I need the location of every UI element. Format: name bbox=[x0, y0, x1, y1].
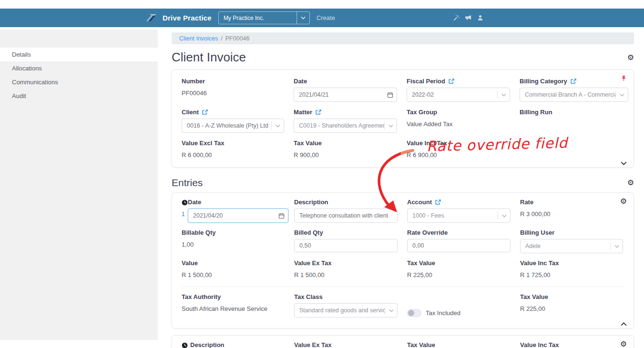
expand-card-chevron-down-icon[interactable] bbox=[621, 161, 627, 165]
field-value: R 900,00 bbox=[294, 151, 397, 159]
field-label: Tax Group bbox=[407, 109, 510, 116]
app-screen: Drive Practice My Practice Inc. Create bbox=[0, 0, 644, 348]
field-billing-user: Billing User Adele bbox=[520, 229, 623, 253]
main-content: Client Invoices / PF00046 Client Invoice… bbox=[158, 30, 644, 348]
field-entry-tax-value: Tax Value R 225,00 bbox=[407, 259, 511, 278]
select-value: Commercial Branch A - Commercial ... bbox=[520, 91, 615, 98]
field-date: Date bbox=[294, 78, 397, 102]
practice-select[interactable]: My Practice Inc. bbox=[218, 11, 310, 24]
sidebar-item-audit[interactable]: Audit bbox=[0, 89, 158, 103]
rate-override-input[interactable] bbox=[407, 239, 511, 252]
field-value: R 6 000,00 bbox=[182, 151, 284, 159]
sidebar-item-allocations[interactable]: Allocations bbox=[0, 61, 158, 75]
rate-override-input-field[interactable] bbox=[408, 239, 510, 252]
field-label: Value Ex Tax bbox=[294, 259, 398, 267]
chevron-down-icon bbox=[297, 16, 309, 20]
sidebar-item-communications[interactable]: Communications bbox=[0, 75, 158, 89]
collapse-card-chevron-up-icon[interactable] bbox=[621, 322, 627, 326]
sidebar-item-label: Communications bbox=[12, 79, 58, 86]
external-link-icon[interactable] bbox=[202, 109, 208, 115]
toggle-knob bbox=[408, 310, 414, 316]
field-label: Tax Value bbox=[407, 341, 511, 348]
field-label: Billing User bbox=[520, 229, 623, 236]
entries-title: Entries bbox=[172, 177, 203, 189]
field-label: Value Inc Tax bbox=[520, 259, 623, 267]
field-value: 1,00 bbox=[182, 241, 285, 248]
field-entry2-value-ex-tax: Value Ex Tax R 4 500,00 bbox=[294, 341, 398, 348]
invoice-date-input-field[interactable] bbox=[294, 88, 383, 101]
entry-date-cell: 1 Date bbox=[182, 199, 285, 223]
select-value: Adele bbox=[521, 243, 610, 249]
select-value: 1000 - Fees bbox=[408, 212, 498, 219]
field-entry2-description: Description bbox=[190, 341, 285, 348]
sidebar-item-details[interactable]: Details bbox=[0, 48, 158, 61]
billed-qty-input-field[interactable] bbox=[295, 239, 397, 252]
chevron-down-icon bbox=[385, 124, 397, 128]
external-link-icon[interactable] bbox=[435, 199, 441, 205]
magic-wand-icon[interactable] bbox=[453, 14, 460, 21]
create-menu[interactable]: Create bbox=[317, 14, 335, 21]
entry-description-input[interactable] bbox=[294, 209, 398, 223]
field-value-incl-tax: Value Incl Tax R 6 900,00 bbox=[407, 139, 510, 159]
fiscal-period-select[interactable]: 2022-02 bbox=[407, 88, 510, 102]
external-link-icon[interactable] bbox=[571, 79, 576, 84]
calendar-icon[interactable] bbox=[383, 88, 397, 101]
entry-date-input[interactable] bbox=[188, 209, 288, 223]
invoice-settings-gear-icon[interactable]: ⚙ bbox=[627, 54, 634, 61]
field-matter: Matter C0019 - Shareholders Agreement: A… bbox=[294, 109, 397, 133]
practice-select-value: My Practice Inc. bbox=[219, 15, 296, 21]
field-value: R 1 500,00 bbox=[294, 271, 398, 278]
field-value: South African Revenue Service bbox=[182, 305, 285, 312]
billed-qty-input[interactable] bbox=[294, 239, 398, 252]
field-fiscal-period: Fiscal Period 2022-02 bbox=[407, 78, 510, 102]
sidebar-item-label: Details bbox=[12, 51, 31, 58]
field-label: Tax Value bbox=[294, 139, 397, 147]
field-label: Value bbox=[182, 259, 285, 267]
client-select[interactable]: 0016 - A-Z Wholesale (Pty) Ltd bbox=[182, 119, 284, 133]
divider bbox=[182, 287, 623, 287]
invoice-date-input[interactable] bbox=[294, 88, 397, 102]
field-entry-value-ex-tax: Value Ex Tax R 1 500,00 bbox=[294, 259, 398, 278]
field-label: Value Excl Tax bbox=[182, 139, 284, 147]
field-tax-value: Tax Value R 900,00 bbox=[294, 139, 397, 159]
entry-description-input-field[interactable] bbox=[295, 209, 397, 222]
field-entry-date: Date bbox=[188, 199, 288, 223]
entry-card-1: ⚙ 1 bbox=[172, 192, 634, 328]
account-select[interactable]: 1000 - Fees bbox=[407, 209, 511, 223]
field-label: Account bbox=[407, 199, 432, 206]
field-label: Matter bbox=[294, 109, 312, 116]
brand-name: Drive Practice bbox=[163, 14, 212, 22]
entry-card-2: ⚙ 2 Descrip bbox=[172, 335, 634, 348]
field-entry-value-inc-tax: Value Inc Tax R 1 725,00 bbox=[520, 259, 623, 278]
field-rate-override: Rate Override bbox=[407, 229, 511, 253]
entry-description-cell: 2 Description bbox=[182, 341, 285, 348]
field-label: Value Inc Tax bbox=[520, 341, 623, 348]
field-entry2-tax-value: Tax Value R 675,00 bbox=[407, 341, 511, 348]
tax-included-toggle[interactable] bbox=[407, 309, 421, 317]
matter-select[interactable]: C0019 - Shareholders Agreement: A... bbox=[294, 119, 397, 133]
external-link-icon[interactable] bbox=[316, 109, 321, 115]
billing-user-select[interactable]: Adele bbox=[520, 239, 623, 253]
external-link-icon[interactable] bbox=[449, 79, 454, 84]
entry-date-input-field[interactable] bbox=[188, 209, 275, 222]
page-title: Client Invoice bbox=[172, 50, 246, 65]
breadcrumb-link-client-invoices[interactable]: Client Invoices bbox=[179, 35, 218, 42]
chevron-down-icon bbox=[385, 309, 397, 312]
tax-class-select[interactable]: Standard rated goods and services -... bbox=[294, 303, 398, 318]
field-label: Billing Category bbox=[520, 78, 567, 85]
field-tax-group: Tax Group Value Added Tax bbox=[407, 109, 510, 133]
field-billed-qty: Billed Qty bbox=[294, 229, 398, 253]
entry-settings-gear-icon[interactable]: ⚙ bbox=[620, 340, 627, 348]
field-label: Value Ex Tax bbox=[294, 341, 398, 348]
field-value: R 225,00 bbox=[407, 271, 511, 278]
pin-icon[interactable] bbox=[621, 75, 627, 83]
chevron-down-icon bbox=[616, 93, 628, 97]
calendar-icon[interactable] bbox=[275, 209, 288, 222]
breadcrumb: Client Invoices / PF00046 bbox=[172, 32, 634, 44]
user-icon[interactable] bbox=[477, 14, 484, 21]
megaphone-icon[interactable] bbox=[465, 14, 472, 21]
clock-icon bbox=[182, 199, 188, 206]
entries-settings-gear-icon[interactable]: ⚙ bbox=[627, 179, 634, 187]
billing-category-select[interactable]: Commercial Branch A - Commercial ... bbox=[520, 88, 628, 102]
entry-settings-gear-icon[interactable]: ⚙ bbox=[620, 198, 627, 205]
